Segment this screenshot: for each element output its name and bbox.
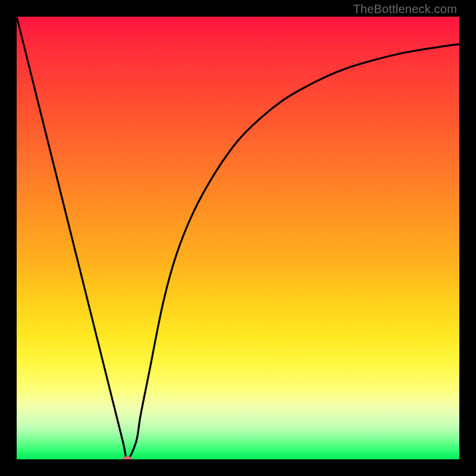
min-marker <box>123 456 132 460</box>
chart-frame: TheBottleneck.com <box>0 0 476 476</box>
plot-area <box>17 17 459 459</box>
curve-path <box>17 17 459 459</box>
bottleneck-curve <box>17 17 459 459</box>
watermark-text: TheBottleneck.com <box>353 2 457 16</box>
